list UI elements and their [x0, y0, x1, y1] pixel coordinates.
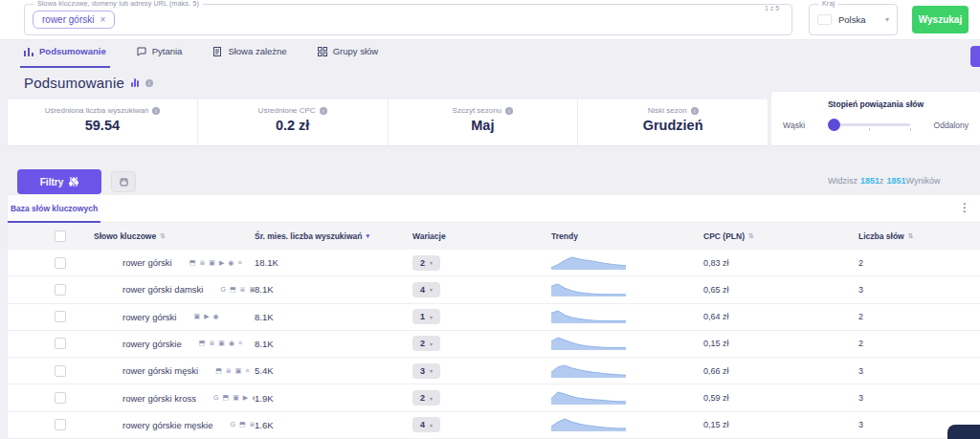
tab-podsumowanie[interactable]: Podsumowanie [24, 42, 106, 68]
saved-filters-button[interactable] [111, 171, 136, 192]
keyword-text[interactable]: rower górski kross [122, 393, 196, 404]
variations-badge[interactable]: 4▾ [412, 282, 440, 297]
sort-icon[interactable]: ▾ [366, 232, 369, 240]
slider-thumb[interactable] [828, 119, 840, 131]
stat-label: Uśredniona liczba wyszukiwań [45, 106, 149, 115]
keyword-text[interactable]: rowery górskie [122, 339, 182, 349]
remove-tag-icon[interactable]: × [100, 14, 105, 25]
saved-filters-icon [120, 178, 128, 187]
questions-icon [137, 47, 146, 56]
row-checkbox[interactable] [55, 365, 66, 377]
news-icon: ≣ [209, 340, 215, 347]
trend-sparkline [551, 309, 703, 324]
chevron-down-icon: ▾ [430, 286, 433, 293]
results-total: 1851 [887, 176, 906, 186]
sort-icon[interactable]: ⇅ [748, 232, 754, 240]
country-select[interactable]: Kraj Polska ▾ [809, 4, 898, 35]
sort-icon[interactable]: ⇅ [908, 232, 914, 240]
word-groups-icon [318, 47, 327, 56]
search-volume: 8.1K [255, 339, 412, 349]
chevron-down-icon: ▾ [430, 367, 433, 374]
column-keyword[interactable]: Słowo kluczowe⇅ [94, 231, 255, 241]
trend-sparkline [551, 417, 703, 432]
shopping-icon: ⬒ [230, 286, 237, 294]
info-icon: i [152, 107, 160, 115]
info-icon: i [505, 107, 513, 115]
shopping-icon: ⬒ [239, 421, 247, 428]
tab-grupy-slow[interactable]: Grupy słów [318, 42, 379, 68]
image-icon: ▣ [218, 340, 226, 347]
chevron-down-icon: ▾ [430, 340, 433, 347]
filters-button[interactable]: Filtry [17, 169, 101, 194]
variations-badge[interactable]: 2▾ [412, 255, 440, 271]
cpc-value: 0,59 zł [703, 393, 858, 403]
cpc-value: 0,83 zł [703, 258, 858, 268]
row-checkbox[interactable] [55, 284, 66, 296]
google-icon: G [231, 421, 236, 428]
image-icon: ▣ [194, 313, 202, 320]
info-icon: i [320, 107, 327, 115]
column-volume[interactable]: Śr. mies. liczba wyszukiwań▾ [255, 231, 412, 241]
kebab-menu-icon[interactable]: ⋮ [959, 202, 970, 213]
search-button[interactable]: Wyszukaj [912, 6, 969, 33]
keyword-counter: 1 z 5 [763, 5, 781, 11]
word-count: 3 [858, 285, 980, 295]
chart-toggle-icon[interactable] [131, 78, 139, 87]
column-trends: Trendy [551, 231, 703, 241]
word-count: 3 [858, 366, 980, 376]
row-checkbox[interactable] [55, 257, 66, 269]
column-cpc[interactable]: CPC (PLN)⇅ [703, 231, 858, 241]
search-volume: 18.1K [255, 257, 412, 268]
cpc-value: 0,15 zł [703, 420, 858, 429]
cpc-value: 0,15 zł [703, 339, 858, 348]
row-checkbox[interactable] [55, 311, 66, 322]
keyword-tag[interactable]: rower górski × [33, 11, 115, 29]
keyword-text[interactable]: rower górski [122, 257, 172, 268]
chevron-down-icon: ▾ [430, 422, 433, 428]
variations-badge[interactable]: 2▾ [412, 336, 440, 351]
tab-pytania[interactable]: Pytania [137, 42, 183, 68]
serp-feature-icons: G⬒▣▶◉ [213, 394, 255, 402]
row-checkbox[interactable] [55, 419, 66, 430]
tab-keyword-database[interactable]: Baza słów kluczowych [8, 195, 100, 223]
video-icon: ▶ [243, 394, 249, 402]
chat-widget[interactable] [947, 425, 980, 439]
row-checkbox[interactable] [55, 338, 66, 349]
keywords-input[interactable]: Słowa kluczowe, domeny lub adresy URL (m… [24, 4, 792, 35]
sort-icon[interactable]: ⇅ [160, 232, 166, 240]
serp-feature-icons: ⬒≣▣≡ [215, 367, 250, 375]
slider-track[interactable] [828, 123, 910, 126]
results-prefix: Widzisz [828, 176, 858, 186]
stat-value: Grudzień [578, 118, 768, 133]
variations-badge[interactable]: 4▾ [412, 417, 440, 432]
row-checkbox[interactable] [55, 392, 66, 404]
relation-slider[interactable] [828, 119, 910, 131]
search-volume: 1.6K [255, 420, 412, 430]
nav-tabs: Podsumowanie Pytania Słowa zależne Grupy… [24, 42, 378, 68]
news-icon: ≣ [199, 259, 206, 267]
related-words-icon [212, 47, 222, 56]
keyword-text[interactable]: rower górski damski [122, 284, 203, 295]
table-row: rower górski damski G⬒≣▣▶≡ 8.1K 4▾ 0,65 … [8, 276, 980, 303]
table-tab-strip: Baza słów kluczowych ⋮ [8, 195, 980, 223]
keywords-table: Baza słów kluczowych ⋮ Słowo kluczowe⇅ Ś… [8, 195, 980, 439]
stat-value: 59.54 [8, 118, 197, 133]
column-word-count[interactable]: Liczba słów⇅ [858, 231, 980, 241]
results-count: Widzisz1851z1851Wyników [828, 176, 944, 186]
keyword-tag-label: rower górski [42, 14, 94, 25]
stat-label: Szczyt sezonu [453, 106, 502, 115]
variations-badge[interactable]: 2▾ [412, 390, 440, 406]
word-count: 2 [858, 258, 980, 268]
variations-badge[interactable]: 1▾ [412, 309, 440, 324]
tab-slowa-zalezne[interactable]: Słowa zależne [212, 42, 286, 68]
side-panel-toggle[interactable] [970, 46, 980, 67]
keyword-text[interactable]: rower górski męski [122, 365, 198, 376]
relation-right-label: Oddalony [934, 121, 969, 130]
variations-badge[interactable]: 3▾ [412, 363, 440, 379]
select-all-checkbox[interactable] [55, 230, 66, 242]
column-variations[interactable]: Wariacje [412, 231, 551, 241]
info-icon: i [691, 107, 699, 115]
keyword-text[interactable]: rowery górski [122, 312, 177, 322]
keyword-text[interactable]: rowery górskie męskie [122, 420, 213, 430]
search-volume: 8.1K [255, 312, 412, 322]
